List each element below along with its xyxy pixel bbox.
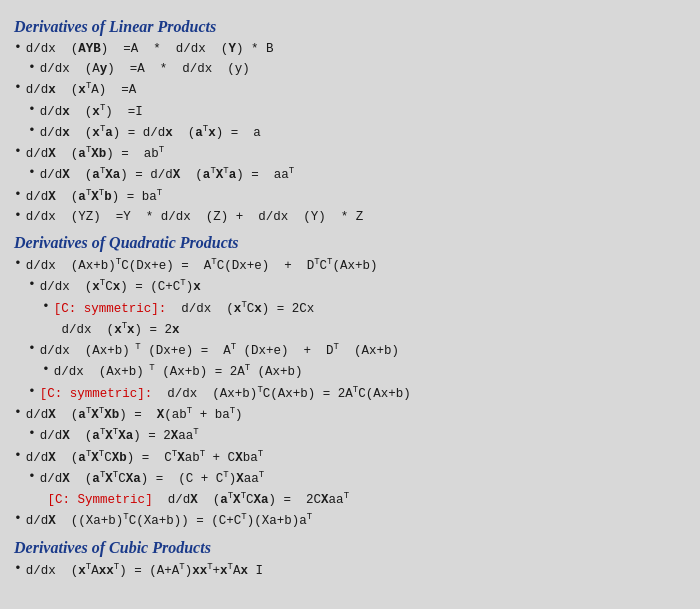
item-text: d/dX ((Xa+b)TC(Xa+b)) = (C+CT)(Xa+b)aT (26, 511, 312, 530)
item-text: d/dX (aTXTXb) = X(abT + baT) (26, 405, 243, 424)
bullet-icon: • (28, 102, 36, 117)
list-item: •d/dx (YZ) =Y * d/dx (Z) + d/dx (Y) * Z (14, 208, 686, 226)
item-text: d/dx (Ax+b)TC(Dx+e) = ATC(Dx+e) + DTCT(A… (26, 256, 378, 275)
bullet-icon: • (28, 384, 36, 399)
item-text: d/dx (xTAxxT) = (A+AT)xxT+xTAx I (26, 561, 263, 580)
list-item: •d/dx (xTAxxT) = (A+AT)xxT+xTAx I (14, 561, 686, 580)
list-item: [C: Symmetric] d/dX (aTXTCXa) = 2CXaaT (28, 490, 686, 509)
item-text: d/dX (aTXTb) = baT (26, 187, 162, 206)
item-text: d/dx (xT) =I (40, 102, 143, 121)
item-text: [C: Symmetric] d/dX (aTXTCXa) = 2CXaaT (48, 490, 349, 509)
bullet-icon: • (14, 448, 22, 463)
item-text: d/dx (YZ) =Y * d/dx (Z) + d/dx (Y) * Z (26, 208, 364, 226)
list-item: •d/dX (aTXTb) = baT (14, 187, 686, 206)
page-container: Derivatives of Linear Products•d/dx (AYB… (14, 18, 686, 580)
list-item: •[C: symmetric]: d/dx (xTCx) = 2Cx (42, 299, 686, 318)
item-text: d/dX (aTXTXa) = 2XaaT (40, 426, 199, 445)
item-text: d/dx (Ax+b) T (Dx+e) = AT (Dx+e) + DT (A… (40, 341, 399, 360)
bullet-icon: • (14, 187, 22, 202)
list-item: •d/dX (aTXTXa) = 2XaaT (28, 426, 686, 445)
bullet-icon: • (28, 123, 36, 138)
bullet-icon: • (28, 60, 36, 75)
section-heading-quadratic: Derivatives of Quadratic Products (14, 234, 686, 252)
bullet-icon: • (14, 561, 22, 576)
section-heading-cubic: Derivatives of Cubic Products (14, 539, 686, 557)
bullet-icon: • (28, 277, 36, 292)
list-item: •d/dx (Ax+b) T (Ax+b) = 2AT (Ax+b) (42, 362, 686, 381)
list-item: d/dx (xTx) = 2x (42, 320, 686, 339)
bullet-icon: • (28, 341, 36, 356)
list-item: •d/dX (aTXa) = d/dX (aTXTa) = aaT (28, 165, 686, 184)
list-item: •d/dx (Ay) =A * d/dx (y) (28, 60, 686, 78)
list-item: •d/dx (Ax+b) T (Dx+e) = AT (Dx+e) + DT (… (28, 341, 686, 360)
item-text: d/dx (Ax+b) T (Ax+b) = 2AT (Ax+b) (54, 362, 303, 381)
item-text: d/dX (aTXTCXa) = (C + CT)XaaT (40, 469, 264, 488)
bullet-icon: • (28, 469, 36, 484)
item-text: [C: symmetric]: d/dx (Ax+b)TC(Ax+b) = 2A… (40, 384, 411, 403)
list-item: •[C: symmetric]: d/dx (Ax+b)TC(Ax+b) = 2… (28, 384, 686, 403)
bullet-icon: • (14, 405, 22, 420)
bullet-icon: • (14, 256, 22, 271)
list-item: •d/dx (xTCx) = (C+CT)x (28, 277, 686, 296)
bullet-icon: • (14, 80, 22, 95)
item-text: d/dx (AYB) =A * d/dx (Y) * B (26, 40, 274, 58)
list-item: •d/dx (AYB) =A * d/dx (Y) * B (14, 40, 686, 58)
item-text: d/dX (aTXb) = abT (26, 144, 164, 163)
list-item: •d/dX (aTXTXb) = X(abT + baT) (14, 405, 686, 424)
list-item: •d/dX (aTXTCXa) = (C + CT)XaaT (28, 469, 686, 488)
list-item: •d/dX (aTXb) = abT (14, 144, 686, 163)
item-text: d/dx (xTa) = d/dx (aTx) = a (40, 123, 261, 142)
item-text: d/dx (xTx) = 2x (62, 320, 180, 339)
list-item: •d/dX (aTXTCXb) = CTXabT + CXbaT (14, 448, 686, 467)
list-item: •d/dx (xTA) =A (14, 80, 686, 99)
list-item: •d/dx (xTa) = d/dx (aTx) = a (28, 123, 686, 142)
item-text: [C: symmetric]: d/dx (xTCx) = 2Cx (54, 299, 315, 318)
bullet-icon: • (14, 144, 22, 159)
item-text: d/dx (Ay) =A * d/dx (y) (40, 60, 250, 78)
bullet-icon: • (28, 426, 36, 441)
list-item: •d/dX ((Xa+b)TC(Xa+b)) = (C+CT)(Xa+b)aT (14, 511, 686, 530)
item-text: d/dx (xTCx) = (C+CT)x (40, 277, 201, 296)
bullet-icon: • (42, 362, 50, 377)
list-item: •d/dx (xT) =I (28, 102, 686, 121)
bullet-icon: • (42, 299, 50, 314)
item-text: d/dX (aTXTCXb) = CTXabT + CXbaT (26, 448, 263, 467)
bullet-icon: • (14, 511, 22, 526)
item-text: d/dX (aTXa) = d/dX (aTXTa) = aaT (40, 165, 294, 184)
bullet-icon: • (28, 165, 36, 180)
bullet-icon: • (14, 208, 22, 223)
bullet-icon: • (14, 40, 22, 55)
section-heading-linear: Derivatives of Linear Products (14, 18, 686, 36)
list-item: •d/dx (Ax+b)TC(Dx+e) = ATC(Dx+e) + DTCT(… (14, 256, 686, 275)
item-text: d/dx (xTA) =A (26, 80, 136, 99)
